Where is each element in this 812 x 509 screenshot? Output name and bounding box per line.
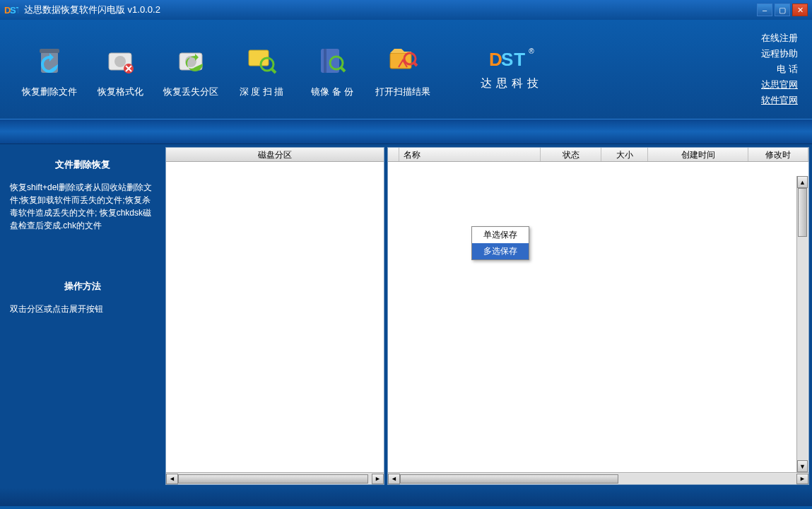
- tool-open-result[interactable]: 打开扫描结果: [367, 40, 438, 98]
- svg-rect-16: [390, 53, 411, 69]
- tool-label: 恢复格式化: [85, 86, 155, 98]
- recover-format-icon: [100, 40, 140, 80]
- link-software[interactable]: 软件官网: [761, 93, 798, 108]
- svg-rect-13: [324, 49, 326, 73]
- tree-hscroll[interactable]: ◄ ►: [166, 472, 384, 484]
- toolbar-divider: [0, 119, 812, 144]
- brand-block: DST ® 达思科技: [481, 47, 543, 91]
- open-result-icon: [383, 40, 423, 80]
- close-button[interactable]: ✕: [792, 4, 808, 16]
- svg-line-15: [341, 67, 345, 71]
- link-remote[interactable]: 远程协助: [761, 46, 798, 62]
- file-list[interactable]: [388, 162, 808, 472]
- tool-recover-partition[interactable]: 恢复丢失分区: [155, 40, 226, 98]
- scroll-left-icon[interactable]: ◄: [166, 474, 178, 484]
- tool-deep-scan[interactable]: 深 度 扫 描: [226, 40, 297, 98]
- maximize-button[interactable]: ▢: [775, 4, 790, 16]
- left-desc: 恢复shift+del删除或者从回收站删除文件;恢复卸载软件而丢失的文件;恢复杀…: [10, 181, 155, 232]
- tool-recover-deleted[interactable]: 恢复删除文件: [14, 40, 85, 98]
- left-heading-1: 文件删除恢复: [10, 158, 155, 171]
- image-backup-icon: [312, 40, 352, 80]
- scroll-right-icon[interactable]: ►: [796, 474, 808, 484]
- svg-rect-3: [40, 49, 59, 53]
- recover-deleted-icon: [30, 40, 69, 80]
- title-bar: DST 达思数据恢复软件闪电版 v1.0.0.2 – ▢ ✕: [0, 0, 812, 20]
- file-hscroll[interactable]: ◄ ►: [388, 472, 808, 484]
- svg-text:ST: ST: [10, 5, 18, 16]
- scroll-right-icon[interactable]: ►: [372, 474, 384, 484]
- col-status[interactable]: 状态: [541, 148, 601, 161]
- link-register[interactable]: 在线注册: [761, 30, 798, 46]
- col-mtime[interactable]: 修改时: [748, 148, 808, 161]
- minimize-button[interactable]: –: [757, 4, 772, 16]
- app-title: 达思数据恢复软件闪电版 v1.0.0.2: [24, 4, 757, 16]
- scroll-down-icon[interactable]: ▼: [797, 460, 808, 472]
- left-method: 双击分区或点击展开按钮: [10, 303, 155, 315]
- ctx-single-save[interactable]: 单选保存: [472, 227, 529, 243]
- context-menu[interactable]: 单选保存 多选保存: [471, 226, 529, 260]
- left-info-panel: 文件删除恢复 恢复shift+del删除或者从回收站删除文件;恢复卸载软件而丢失…: [3, 147, 163, 485]
- svg-text:ST: ST: [501, 49, 526, 70]
- brand-reg: ®: [529, 47, 534, 55]
- link-tel[interactable]: 电 话: [761, 62, 798, 77]
- file-columns: 名称 状态 大小 创建时间 修改时: [388, 148, 808, 162]
- app-logo: DST: [4, 4, 18, 16]
- tool-label: 恢复丢失分区: [155, 86, 226, 98]
- partition-tree[interactable]: [166, 162, 384, 472]
- file-panel: 名称 状态 大小 创建时间 修改时 ◄ ► ▲ ▼ 单选保存 多选保存: [387, 147, 809, 485]
- tool-label: 深 度 扫 描: [226, 86, 297, 98]
- main-toolbar: 恢复删除文件恢复格式化恢复丢失分区深 度 扫 描镜像 备 份打开扫描结果 DST…: [0, 20, 812, 119]
- scroll-left-icon[interactable]: ◄: [388, 474, 400, 484]
- deep-scan-icon: [242, 40, 281, 80]
- partition-panel: 磁盘分区 ◄ ►: [165, 147, 384, 485]
- col-size[interactable]: 大小: [601, 148, 648, 161]
- tool-label: 打开扫描结果: [367, 86, 438, 98]
- file-vscroll[interactable]: ▲ ▼: [796, 176, 808, 472]
- brand-name: 达思科技: [481, 76, 543, 91]
- tool-recover-format[interactable]: 恢复格式化: [85, 40, 155, 98]
- col-ctime[interactable]: 创建时间: [648, 148, 748, 161]
- col-name[interactable]: 名称: [399, 148, 541, 161]
- svg-point-5: [114, 56, 126, 67]
- tool-label: 恢复删除文件: [14, 86, 85, 98]
- svg-line-18: [413, 62, 417, 66]
- tool-label: 镜像 备 份: [297, 86, 367, 98]
- brand-logo: DST: [489, 47, 529, 76]
- link-official[interactable]: 达思官网: [761, 77, 798, 93]
- recover-partition-icon: [171, 40, 211, 80]
- ctx-multi-save[interactable]: 多选保存: [472, 243, 529, 259]
- right-links: 在线注册 远程协助 电 话 达思官网 软件官网: [761, 30, 798, 108]
- main-area: 文件删除恢复 恢复shift+del删除或者从回收站删除文件;恢复卸载软件而丢失…: [0, 144, 812, 488]
- svg-line-11: [271, 69, 276, 73]
- left-heading-2: 操作方法: [10, 280, 155, 293]
- partition-header: 磁盘分区: [166, 148, 384, 162]
- bottom-bar: [0, 488, 812, 506]
- scroll-up-icon[interactable]: ▲: [797, 176, 808, 188]
- tool-image-backup[interactable]: 镜像 备 份: [297, 40, 367, 98]
